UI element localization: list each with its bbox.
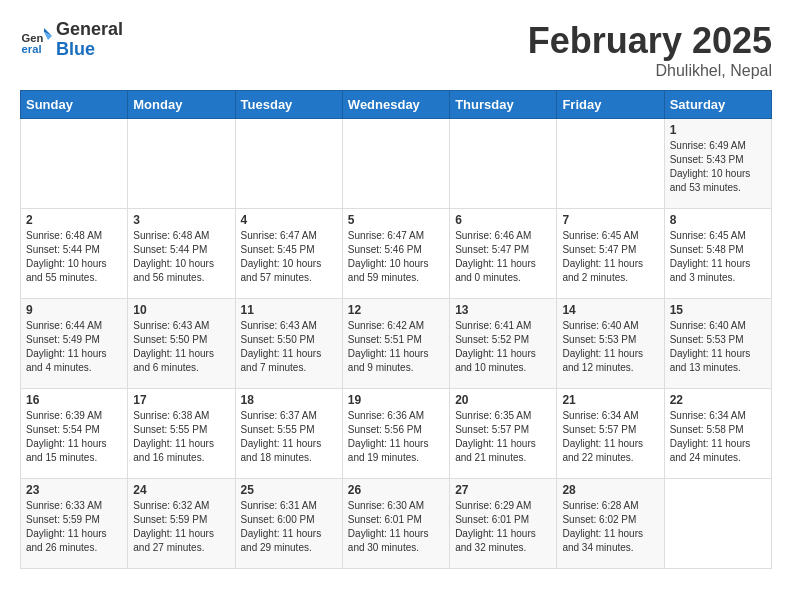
day-info: Sunrise: 6:32 AM Sunset: 5:59 PM Dayligh… bbox=[133, 499, 229, 555]
day-number: 5 bbox=[348, 213, 444, 227]
day-number: 23 bbox=[26, 483, 122, 497]
day-cell: 15Sunrise: 6:40 AM Sunset: 5:53 PM Dayli… bbox=[664, 299, 771, 389]
day-number: 19 bbox=[348, 393, 444, 407]
day-info: Sunrise: 6:29 AM Sunset: 6:01 PM Dayligh… bbox=[455, 499, 551, 555]
day-number: 12 bbox=[348, 303, 444, 317]
day-number: 4 bbox=[241, 213, 337, 227]
day-number: 2 bbox=[26, 213, 122, 227]
day-info: Sunrise: 6:48 AM Sunset: 5:44 PM Dayligh… bbox=[26, 229, 122, 285]
day-number: 17 bbox=[133, 393, 229, 407]
logo-icon: Gen eral bbox=[20, 24, 52, 56]
day-info: Sunrise: 6:42 AM Sunset: 5:51 PM Dayligh… bbox=[348, 319, 444, 375]
day-header-wednesday: Wednesday bbox=[342, 91, 449, 119]
day-number: 20 bbox=[455, 393, 551, 407]
day-info: Sunrise: 6:36 AM Sunset: 5:56 PM Dayligh… bbox=[348, 409, 444, 465]
day-info: Sunrise: 6:48 AM Sunset: 5:44 PM Dayligh… bbox=[133, 229, 229, 285]
day-cell: 5Sunrise: 6:47 AM Sunset: 5:46 PM Daylig… bbox=[342, 209, 449, 299]
day-info: Sunrise: 6:47 AM Sunset: 5:45 PM Dayligh… bbox=[241, 229, 337, 285]
day-header-monday: Monday bbox=[128, 91, 235, 119]
day-info: Sunrise: 6:39 AM Sunset: 5:54 PM Dayligh… bbox=[26, 409, 122, 465]
day-header-sunday: Sunday bbox=[21, 91, 128, 119]
day-number: 24 bbox=[133, 483, 229, 497]
day-cell: 19Sunrise: 6:36 AM Sunset: 5:56 PM Dayli… bbox=[342, 389, 449, 479]
day-number: 9 bbox=[26, 303, 122, 317]
day-header-tuesday: Tuesday bbox=[235, 91, 342, 119]
day-number: 10 bbox=[133, 303, 229, 317]
day-number: 1 bbox=[670, 123, 766, 137]
day-info: Sunrise: 6:46 AM Sunset: 5:47 PM Dayligh… bbox=[455, 229, 551, 285]
day-header-friday: Friday bbox=[557, 91, 664, 119]
day-number: 16 bbox=[26, 393, 122, 407]
day-info: Sunrise: 6:47 AM Sunset: 5:46 PM Dayligh… bbox=[348, 229, 444, 285]
week-row-3: 16Sunrise: 6:39 AM Sunset: 5:54 PM Dayli… bbox=[21, 389, 772, 479]
day-header-thursday: Thursday bbox=[450, 91, 557, 119]
day-number: 21 bbox=[562, 393, 658, 407]
day-number: 18 bbox=[241, 393, 337, 407]
day-cell: 24Sunrise: 6:32 AM Sunset: 5:59 PM Dayli… bbox=[128, 479, 235, 569]
day-info: Sunrise: 6:38 AM Sunset: 5:55 PM Dayligh… bbox=[133, 409, 229, 465]
day-cell: 9Sunrise: 6:44 AM Sunset: 5:49 PM Daylig… bbox=[21, 299, 128, 389]
day-cell: 16Sunrise: 6:39 AM Sunset: 5:54 PM Dayli… bbox=[21, 389, 128, 479]
day-cell: 11Sunrise: 6:43 AM Sunset: 5:50 PM Dayli… bbox=[235, 299, 342, 389]
calendar-table: SundayMondayTuesdayWednesdayThursdayFrid… bbox=[20, 90, 772, 569]
day-cell bbox=[664, 479, 771, 569]
day-info: Sunrise: 6:34 AM Sunset: 5:58 PM Dayligh… bbox=[670, 409, 766, 465]
week-row-0: 1Sunrise: 6:49 AM Sunset: 5:43 PM Daylig… bbox=[21, 119, 772, 209]
day-cell bbox=[450, 119, 557, 209]
day-cell: 22Sunrise: 6:34 AM Sunset: 5:58 PM Dayli… bbox=[664, 389, 771, 479]
day-header-saturday: Saturday bbox=[664, 91, 771, 119]
day-info: Sunrise: 6:40 AM Sunset: 5:53 PM Dayligh… bbox=[670, 319, 766, 375]
week-row-2: 9Sunrise: 6:44 AM Sunset: 5:49 PM Daylig… bbox=[21, 299, 772, 389]
day-cell: 6Sunrise: 6:46 AM Sunset: 5:47 PM Daylig… bbox=[450, 209, 557, 299]
day-cell: 28Sunrise: 6:28 AM Sunset: 6:02 PM Dayli… bbox=[557, 479, 664, 569]
day-cell: 23Sunrise: 6:33 AM Sunset: 5:59 PM Dayli… bbox=[21, 479, 128, 569]
day-cell bbox=[557, 119, 664, 209]
day-number: 14 bbox=[562, 303, 658, 317]
day-cell bbox=[342, 119, 449, 209]
day-cell: 10Sunrise: 6:43 AM Sunset: 5:50 PM Dayli… bbox=[128, 299, 235, 389]
day-number: 3 bbox=[133, 213, 229, 227]
day-number: 28 bbox=[562, 483, 658, 497]
header-row: SundayMondayTuesdayWednesdayThursdayFrid… bbox=[21, 91, 772, 119]
day-info: Sunrise: 6:43 AM Sunset: 5:50 PM Dayligh… bbox=[133, 319, 229, 375]
day-number: 25 bbox=[241, 483, 337, 497]
day-cell: 21Sunrise: 6:34 AM Sunset: 5:57 PM Dayli… bbox=[557, 389, 664, 479]
day-cell: 7Sunrise: 6:45 AM Sunset: 5:47 PM Daylig… bbox=[557, 209, 664, 299]
day-info: Sunrise: 6:45 AM Sunset: 5:47 PM Dayligh… bbox=[562, 229, 658, 285]
logo-general: General bbox=[56, 20, 123, 40]
day-number: 11 bbox=[241, 303, 337, 317]
day-number: 15 bbox=[670, 303, 766, 317]
day-info: Sunrise: 6:49 AM Sunset: 5:43 PM Dayligh… bbox=[670, 139, 766, 195]
day-cell: 20Sunrise: 6:35 AM Sunset: 5:57 PM Dayli… bbox=[450, 389, 557, 479]
day-cell: 18Sunrise: 6:37 AM Sunset: 5:55 PM Dayli… bbox=[235, 389, 342, 479]
day-cell: 1Sunrise: 6:49 AM Sunset: 5:43 PM Daylig… bbox=[664, 119, 771, 209]
day-info: Sunrise: 6:33 AM Sunset: 5:59 PM Dayligh… bbox=[26, 499, 122, 555]
day-info: Sunrise: 6:28 AM Sunset: 6:02 PM Dayligh… bbox=[562, 499, 658, 555]
day-number: 6 bbox=[455, 213, 551, 227]
day-number: 13 bbox=[455, 303, 551, 317]
day-number: 26 bbox=[348, 483, 444, 497]
day-info: Sunrise: 6:41 AM Sunset: 5:52 PM Dayligh… bbox=[455, 319, 551, 375]
day-cell: 8Sunrise: 6:45 AM Sunset: 5:48 PM Daylig… bbox=[664, 209, 771, 299]
subtitle: Dhulikhel, Nepal bbox=[528, 62, 772, 80]
logo-text: General Blue bbox=[56, 20, 123, 60]
logo-blue: Blue bbox=[56, 40, 123, 60]
main-title: February 2025 bbox=[528, 20, 772, 62]
week-row-4: 23Sunrise: 6:33 AM Sunset: 5:59 PM Dayli… bbox=[21, 479, 772, 569]
day-info: Sunrise: 6:31 AM Sunset: 6:00 PM Dayligh… bbox=[241, 499, 337, 555]
day-info: Sunrise: 6:43 AM Sunset: 5:50 PM Dayligh… bbox=[241, 319, 337, 375]
day-cell: 27Sunrise: 6:29 AM Sunset: 6:01 PM Dayli… bbox=[450, 479, 557, 569]
day-cell: 14Sunrise: 6:40 AM Sunset: 5:53 PM Dayli… bbox=[557, 299, 664, 389]
day-cell: 25Sunrise: 6:31 AM Sunset: 6:00 PM Dayli… bbox=[235, 479, 342, 569]
page-header: Gen eral General Blue February 2025 Dhul… bbox=[20, 20, 772, 80]
day-cell bbox=[235, 119, 342, 209]
svg-text:eral: eral bbox=[22, 43, 42, 55]
svg-text:Gen: Gen bbox=[22, 31, 44, 43]
day-info: Sunrise: 6:30 AM Sunset: 6:01 PM Dayligh… bbox=[348, 499, 444, 555]
day-cell: 4Sunrise: 6:47 AM Sunset: 5:45 PM Daylig… bbox=[235, 209, 342, 299]
day-number: 7 bbox=[562, 213, 658, 227]
day-cell bbox=[128, 119, 235, 209]
day-number: 22 bbox=[670, 393, 766, 407]
day-info: Sunrise: 6:44 AM Sunset: 5:49 PM Dayligh… bbox=[26, 319, 122, 375]
day-cell: 26Sunrise: 6:30 AM Sunset: 6:01 PM Dayli… bbox=[342, 479, 449, 569]
